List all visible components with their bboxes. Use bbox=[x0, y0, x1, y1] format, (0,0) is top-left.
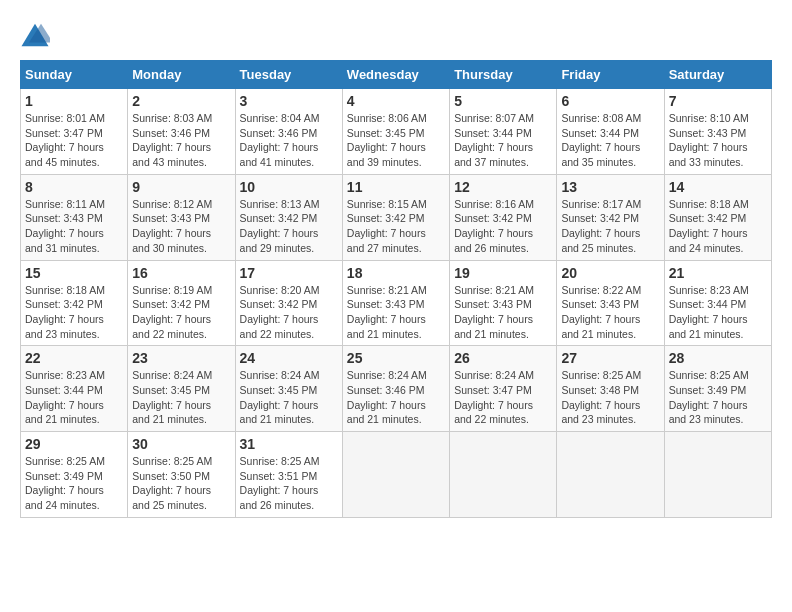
day-info: Sunrise: 8:21 AMSunset: 3:43 PMDaylight:… bbox=[347, 283, 445, 342]
day-cell bbox=[664, 432, 771, 518]
day-number: 5 bbox=[454, 93, 552, 109]
day-number: 31 bbox=[240, 436, 338, 452]
day-cell: 28Sunrise: 8:25 AMSunset: 3:49 PMDayligh… bbox=[664, 346, 771, 432]
day-cell: 30Sunrise: 8:25 AMSunset: 3:50 PMDayligh… bbox=[128, 432, 235, 518]
day-number: 18 bbox=[347, 265, 445, 281]
day-cell: 26Sunrise: 8:24 AMSunset: 3:47 PMDayligh… bbox=[450, 346, 557, 432]
day-header-sunday: Sunday bbox=[21, 61, 128, 89]
day-cell: 17Sunrise: 8:20 AMSunset: 3:42 PMDayligh… bbox=[235, 260, 342, 346]
day-number: 17 bbox=[240, 265, 338, 281]
day-cell: 9Sunrise: 8:12 AMSunset: 3:43 PMDaylight… bbox=[128, 174, 235, 260]
day-number: 16 bbox=[132, 265, 230, 281]
logo bbox=[20, 20, 54, 50]
day-cell: 10Sunrise: 8:13 AMSunset: 3:42 PMDayligh… bbox=[235, 174, 342, 260]
day-cell: 18Sunrise: 8:21 AMSunset: 3:43 PMDayligh… bbox=[342, 260, 449, 346]
day-cell: 4Sunrise: 8:06 AMSunset: 3:45 PMDaylight… bbox=[342, 89, 449, 175]
day-cell: 6Sunrise: 8:08 AMSunset: 3:44 PMDaylight… bbox=[557, 89, 664, 175]
day-info: Sunrise: 8:25 AMSunset: 3:48 PMDaylight:… bbox=[561, 368, 659, 427]
day-number: 2 bbox=[132, 93, 230, 109]
day-number: 30 bbox=[132, 436, 230, 452]
day-info: Sunrise: 8:22 AMSunset: 3:43 PMDaylight:… bbox=[561, 283, 659, 342]
day-info: Sunrise: 8:25 AMSunset: 3:51 PMDaylight:… bbox=[240, 454, 338, 513]
day-number: 4 bbox=[347, 93, 445, 109]
day-info: Sunrise: 8:19 AMSunset: 3:42 PMDaylight:… bbox=[132, 283, 230, 342]
day-cell: 11Sunrise: 8:15 AMSunset: 3:42 PMDayligh… bbox=[342, 174, 449, 260]
day-info: Sunrise: 8:25 AMSunset: 3:50 PMDaylight:… bbox=[132, 454, 230, 513]
day-info: Sunrise: 8:20 AMSunset: 3:42 PMDaylight:… bbox=[240, 283, 338, 342]
day-number: 1 bbox=[25, 93, 123, 109]
day-number: 21 bbox=[669, 265, 767, 281]
week-row-1: 1Sunrise: 8:01 AMSunset: 3:47 PMDaylight… bbox=[21, 89, 772, 175]
header-row: SundayMondayTuesdayWednesdayThursdayFrid… bbox=[21, 61, 772, 89]
day-cell: 12Sunrise: 8:16 AMSunset: 3:42 PMDayligh… bbox=[450, 174, 557, 260]
day-number: 27 bbox=[561, 350, 659, 366]
day-info: Sunrise: 8:18 AMSunset: 3:42 PMDaylight:… bbox=[25, 283, 123, 342]
day-cell: 3Sunrise: 8:04 AMSunset: 3:46 PMDaylight… bbox=[235, 89, 342, 175]
day-info: Sunrise: 8:16 AMSunset: 3:42 PMDaylight:… bbox=[454, 197, 552, 256]
day-number: 8 bbox=[25, 179, 123, 195]
day-cell: 2Sunrise: 8:03 AMSunset: 3:46 PMDaylight… bbox=[128, 89, 235, 175]
day-number: 29 bbox=[25, 436, 123, 452]
day-info: Sunrise: 8:01 AMSunset: 3:47 PMDaylight:… bbox=[25, 111, 123, 170]
day-number: 9 bbox=[132, 179, 230, 195]
day-info: Sunrise: 8:17 AMSunset: 3:42 PMDaylight:… bbox=[561, 197, 659, 256]
day-number: 13 bbox=[561, 179, 659, 195]
week-row-5: 29Sunrise: 8:25 AMSunset: 3:49 PMDayligh… bbox=[21, 432, 772, 518]
day-info: Sunrise: 8:04 AMSunset: 3:46 PMDaylight:… bbox=[240, 111, 338, 170]
day-cell: 20Sunrise: 8:22 AMSunset: 3:43 PMDayligh… bbox=[557, 260, 664, 346]
day-number: 23 bbox=[132, 350, 230, 366]
day-cell bbox=[557, 432, 664, 518]
day-header-tuesday: Tuesday bbox=[235, 61, 342, 89]
day-number: 28 bbox=[669, 350, 767, 366]
day-info: Sunrise: 8:25 AMSunset: 3:49 PMDaylight:… bbox=[669, 368, 767, 427]
day-number: 19 bbox=[454, 265, 552, 281]
day-cell: 13Sunrise: 8:17 AMSunset: 3:42 PMDayligh… bbox=[557, 174, 664, 260]
day-header-saturday: Saturday bbox=[664, 61, 771, 89]
day-info: Sunrise: 8:18 AMSunset: 3:42 PMDaylight:… bbox=[669, 197, 767, 256]
day-cell: 24Sunrise: 8:24 AMSunset: 3:45 PMDayligh… bbox=[235, 346, 342, 432]
day-info: Sunrise: 8:24 AMSunset: 3:45 PMDaylight:… bbox=[240, 368, 338, 427]
day-cell: 25Sunrise: 8:24 AMSunset: 3:46 PMDayligh… bbox=[342, 346, 449, 432]
day-cell: 23Sunrise: 8:24 AMSunset: 3:45 PMDayligh… bbox=[128, 346, 235, 432]
day-number: 24 bbox=[240, 350, 338, 366]
day-info: Sunrise: 8:23 AMSunset: 3:44 PMDaylight:… bbox=[25, 368, 123, 427]
day-info: Sunrise: 8:12 AMSunset: 3:43 PMDaylight:… bbox=[132, 197, 230, 256]
week-row-2: 8Sunrise: 8:11 AMSunset: 3:43 PMDaylight… bbox=[21, 174, 772, 260]
day-info: Sunrise: 8:07 AMSunset: 3:44 PMDaylight:… bbox=[454, 111, 552, 170]
week-row-4: 22Sunrise: 8:23 AMSunset: 3:44 PMDayligh… bbox=[21, 346, 772, 432]
day-cell: 29Sunrise: 8:25 AMSunset: 3:49 PMDayligh… bbox=[21, 432, 128, 518]
day-info: Sunrise: 8:03 AMSunset: 3:46 PMDaylight:… bbox=[132, 111, 230, 170]
day-number: 11 bbox=[347, 179, 445, 195]
day-number: 7 bbox=[669, 93, 767, 109]
day-info: Sunrise: 8:24 AMSunset: 3:45 PMDaylight:… bbox=[132, 368, 230, 427]
day-header-thursday: Thursday bbox=[450, 61, 557, 89]
day-cell: 31Sunrise: 8:25 AMSunset: 3:51 PMDayligh… bbox=[235, 432, 342, 518]
day-info: Sunrise: 8:15 AMSunset: 3:42 PMDaylight:… bbox=[347, 197, 445, 256]
day-cell: 14Sunrise: 8:18 AMSunset: 3:42 PMDayligh… bbox=[664, 174, 771, 260]
day-info: Sunrise: 8:24 AMSunset: 3:46 PMDaylight:… bbox=[347, 368, 445, 427]
day-cell: 5Sunrise: 8:07 AMSunset: 3:44 PMDaylight… bbox=[450, 89, 557, 175]
day-info: Sunrise: 8:24 AMSunset: 3:47 PMDaylight:… bbox=[454, 368, 552, 427]
day-cell bbox=[342, 432, 449, 518]
day-header-wednesday: Wednesday bbox=[342, 61, 449, 89]
day-cell: 1Sunrise: 8:01 AMSunset: 3:47 PMDaylight… bbox=[21, 89, 128, 175]
day-number: 26 bbox=[454, 350, 552, 366]
day-number: 20 bbox=[561, 265, 659, 281]
day-number: 3 bbox=[240, 93, 338, 109]
day-info: Sunrise: 8:13 AMSunset: 3:42 PMDaylight:… bbox=[240, 197, 338, 256]
day-info: Sunrise: 8:21 AMSunset: 3:43 PMDaylight:… bbox=[454, 283, 552, 342]
calendar-table: SundayMondayTuesdayWednesdayThursdayFrid… bbox=[20, 60, 772, 518]
day-cell: 8Sunrise: 8:11 AMSunset: 3:43 PMDaylight… bbox=[21, 174, 128, 260]
day-number: 22 bbox=[25, 350, 123, 366]
day-cell: 15Sunrise: 8:18 AMSunset: 3:42 PMDayligh… bbox=[21, 260, 128, 346]
day-cell: 22Sunrise: 8:23 AMSunset: 3:44 PMDayligh… bbox=[21, 346, 128, 432]
day-header-friday: Friday bbox=[557, 61, 664, 89]
day-cell: 16Sunrise: 8:19 AMSunset: 3:42 PMDayligh… bbox=[128, 260, 235, 346]
day-info: Sunrise: 8:23 AMSunset: 3:44 PMDaylight:… bbox=[669, 283, 767, 342]
day-number: 10 bbox=[240, 179, 338, 195]
day-number: 6 bbox=[561, 93, 659, 109]
day-header-monday: Monday bbox=[128, 61, 235, 89]
day-info: Sunrise: 8:08 AMSunset: 3:44 PMDaylight:… bbox=[561, 111, 659, 170]
header bbox=[20, 20, 772, 50]
day-number: 12 bbox=[454, 179, 552, 195]
